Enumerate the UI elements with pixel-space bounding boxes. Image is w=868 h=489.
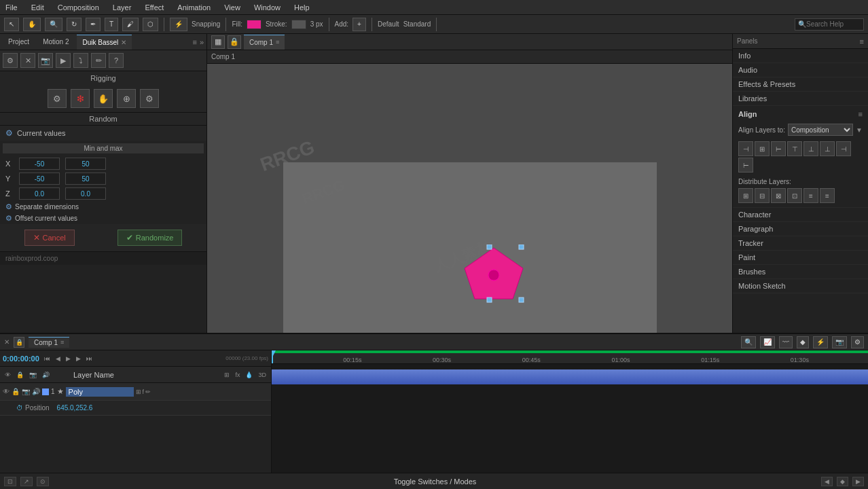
position-value[interactable]: 645.0,252.6 [57, 404, 93, 412]
lc-collapse-icon[interactable]: ⊞ [222, 371, 232, 379]
paragraph-panel-item[interactable]: Paragraph [733, 222, 868, 236]
dist-5-btn[interactable]: ≡ [803, 188, 818, 203]
tl-frame-fwd-btn[interactable]: ▶ [74, 355, 83, 363]
duik-icon-2[interactable]: ✕ [20, 53, 35, 68]
pentagon-container[interactable] [460, 244, 528, 310]
libraries-panel-item[interactable]: Libraries [733, 92, 868, 106]
x-min-input[interactable] [19, 158, 60, 170]
lc-lock-icon[interactable]: 🔒 [14, 371, 26, 379]
align-dropdown-icon[interactable]: ▼ [856, 126, 863, 134]
menu-item-edit[interactable]: Edit [29, 2, 47, 13]
rotate-tool-icon[interactable]: ↻ [67, 18, 82, 31]
duik-icon-4[interactable]: ▶ [56, 53, 71, 68]
tl-lock-icon[interactable]: 🔒 [14, 337, 24, 348]
align-to-select[interactable]: Composition [788, 124, 853, 136]
tl-comp-flow-icon[interactable]: ↗ [20, 477, 33, 486]
playhead[interactable] [272, 350, 273, 363]
stroke-color-swatch[interactable] [291, 20, 306, 29]
dist-4-btn[interactable]: ⊡ [787, 188, 802, 203]
tl-camera-icon[interactable]: 📷 [832, 336, 847, 348]
z-min-input[interactable] [19, 187, 60, 200]
panel-menu-icon[interactable]: ≡ [192, 38, 196, 46]
duik-icon-1[interactable]: ⚙ [3, 53, 18, 68]
comp-frame-icon[interactable]: ▦ [211, 35, 225, 49]
layer-eye-icon[interactable]: 👁 [3, 388, 10, 395]
layer-fx-icon[interactable]: f [143, 388, 145, 395]
lc-motion-blur-icon[interactable]: 💧 [243, 371, 255, 379]
text-tool-icon[interactable]: T [105, 18, 118, 31]
tl-frame-back-btn[interactable]: ◀ [54, 355, 62, 363]
comp-lock-icon[interactable]: 🔒 [228, 35, 241, 49]
lc-audio-icon[interactable]: 🔊 [40, 371, 52, 379]
search-help-input[interactable] [806, 20, 861, 28]
pan-tool-icon[interactable]: ✋ [23, 18, 41, 31]
layer-pencil-icon[interactable]: ✏ [145, 388, 151, 395]
lc-video-icon[interactable]: 📷 [27, 371, 39, 379]
rig-bone-icon[interactable]: ⚙ [48, 89, 67, 108]
comp1-timeline-tab[interactable]: Comp 1 ≡ [29, 337, 69, 348]
pen-tool-icon[interactable]: ✒ [86, 18, 101, 31]
tl-graph-icon[interactable]: 📈 [760, 336, 775, 348]
layer-audio-icon[interactable]: 🔊 [32, 388, 40, 395]
tl-play-btn[interactable]: ▶ [64, 355, 73, 363]
paint-panel-item[interactable]: Paint [733, 251, 868, 265]
y-min-input[interactable] [19, 173, 60, 185]
tl-render-queue-icon[interactable]: ⊡ [4, 477, 16, 486]
tl-keyframe-add[interactable]: ◆ [837, 477, 848, 486]
align-left-btn[interactable]: ⊣ [738, 141, 753, 156]
add-icon[interactable]: + [352, 18, 366, 31]
tl-snap-icon[interactable]: ⚡ [813, 336, 828, 348]
align-distribute-left-btn[interactable]: ⊣ [836, 141, 851, 156]
lc-fx-icon[interactable]: fx [233, 371, 242, 379]
audio-panel-item[interactable]: Audio [733, 63, 868, 77]
tl-close-icon[interactable]: ✕ [4, 338, 10, 346]
close-duik-tab[interactable]: ✕ [121, 39, 126, 46]
dist-3-btn[interactable]: ⊠ [771, 188, 786, 203]
menu-item-window[interactable]: Window [251, 2, 283, 13]
duik-icon-5[interactable]: ⤵ [73, 53, 88, 68]
align-distribute-right-btn[interactable]: ⊢ [738, 158, 753, 173]
align-right-btn[interactable]: ⊢ [771, 141, 786, 156]
menu-item-view[interactable]: View [221, 2, 243, 13]
right-panel-menu-icon[interactable]: ≡ [860, 37, 864, 46]
tab-duik-bassel[interactable]: Duik Bassel ✕ [77, 35, 132, 50]
info-panel-item[interactable]: Info [733, 49, 868, 63]
comp-tab-comp1[interactable]: Comp 1 ≡ [244, 35, 285, 50]
dist-h-btn[interactable]: ⊞ [738, 188, 753, 203]
character-panel-item[interactable]: Character [733, 208, 868, 222]
align-bottom-btn[interactable]: ⊥ [820, 141, 835, 156]
motion-sketch-panel-item[interactable]: Motion Sketch [733, 279, 868, 293]
tab-motion2[interactable]: Motion 2 [37, 35, 74, 50]
rig-hand-icon[interactable]: ✋ [94, 89, 113, 108]
tl-tab-menu-icon[interactable]: ≡ [60, 339, 64, 346]
menu-item-layer[interactable]: Layer [110, 2, 134, 13]
tracker-panel-item[interactable]: Tracker [733, 236, 868, 251]
lc-3d-icon[interactable]: 3D [256, 371, 268, 379]
tl-keyframe-nav-back[interactable]: ◀ [821, 477, 833, 486]
select-tool-icon[interactable]: ↖ [4, 18, 19, 31]
tl-search-icon[interactable]: 🔍 [741, 336, 756, 348]
randomize-button[interactable]: ✔ Randomize [117, 230, 183, 246]
align-menu-icon[interactable]: ≡ [858, 110, 863, 118]
rig-path-icon[interactable]: ⊕ [117, 89, 136, 108]
position-stopwatch-icon[interactable]: ⏱ [16, 404, 23, 412]
fill-color-swatch[interactable] [247, 20, 261, 29]
menu-item-animation[interactable]: Animation [175, 2, 213, 13]
tab-project[interactable]: Project [3, 35, 35, 50]
layer-track-bar[interactable] [272, 369, 868, 384]
layer-name-field[interactable]: Poly [66, 387, 134, 397]
duik-icon-6[interactable]: ✏ [91, 53, 106, 68]
comp-menu-icon[interactable]: ≡ [276, 39, 279, 46]
tl-motion-path-icon[interactable]: 〰 [779, 336, 793, 348]
brushes-panel-item[interactable]: Brushes [733, 265, 868, 279]
dist-v-btn[interactable]: ⊟ [755, 188, 770, 203]
duik-icon-3[interactable]: 📷 [38, 53, 53, 68]
rig-ik-icon[interactable]: ❇ [71, 89, 90, 108]
menu-item-composition[interactable]: Composition [55, 2, 102, 13]
align-center-h-btn[interactable]: ⊞ [755, 141, 770, 156]
brush-tool-icon[interactable]: 🖌 [122, 18, 139, 31]
menu-item-file[interactable]: File [3, 2, 20, 13]
rig-gear-icon[interactable]: ⚙ [140, 89, 159, 108]
duik-icon-7[interactable]: ? [109, 53, 124, 68]
tl-settings-icon[interactable]: ⚙ [851, 336, 864, 348]
